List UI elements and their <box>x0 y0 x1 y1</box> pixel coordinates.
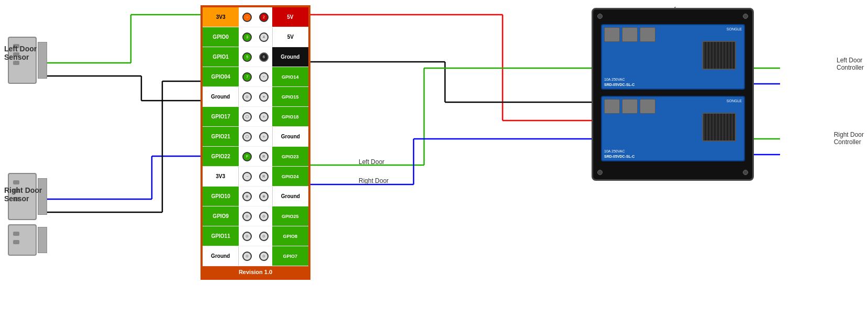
pin-right-5v-1: 5V <box>272 7 308 27</box>
pin-left-gpio21: GPIO21 <box>203 127 239 146</box>
right-door-controller-label: Right Door Controller <box>834 131 864 146</box>
left-door-sensor-label: Left Door Sensor <box>4 45 37 61</box>
pin-right-gpio23: GPIO23 <box>272 147 308 166</box>
pin-left-3v3-2: 3V3 <box>203 167 239 186</box>
pin-row-7: GPIO21 ⬡ ≈ Ground <box>203 127 308 147</box>
pin-row-3: GPIO1 5 6 Ground <box>203 47 308 67</box>
right-door-wire-label: Right Door <box>359 177 388 184</box>
pin-right-5v-2: 5V <box>272 27 308 47</box>
pin-left-ground-1: Ground <box>203 87 239 106</box>
relay-unit-bottom: SRD-05VDC-SL-C 10A 250VAC SONGLE <box>601 96 745 161</box>
pin-row-10: GPIO10 ⊕ ⊗ Ground <box>203 187 308 206</box>
pin-left-gpio9: GPIO9 <box>203 206 239 226</box>
pin-left-gpio10: GPIO10 <box>203 187 239 206</box>
pin-right-ground-2: Ground <box>272 127 308 146</box>
pin-left-gpio0: GPIO0 <box>203 27 239 47</box>
right-door-sensor-label: Right Door Sensor <box>4 186 42 203</box>
board-footer: Revision 1.0 <box>203 266 308 278</box>
pin-row-13: Ground ⊙ ⊙ GPIO7 <box>203 246 308 266</box>
pin-right-gpio18: GPIO18 <box>272 107 308 126</box>
right-door-sensor <box>8 173 47 256</box>
pin-row-1: 3V3 → 2 5V <box>203 7 308 27</box>
pin-row-9: 3V3 → R GPIO24 <box>203 167 308 187</box>
pin-left-gpio17: GPIO17 <box>203 107 239 126</box>
pin-row-2: GPIO0 3 4 5V <box>203 27 308 47</box>
gpio-pin-board: 3V3 → 2 5V GPIO0 3 4 5V <box>201 5 310 280</box>
pin-right-ground-1: Ground <box>272 47 308 67</box>
pin-right-gpio7: GPIO7 <box>272 246 308 266</box>
relay-unit-top: SRD-05VDC-SL-C 10A 250VAC SONGLE <box>601 24 745 90</box>
pin-left-gpio04: GPIO04 <box>203 67 239 86</box>
pin-right-gpio8: GPIO8 <box>272 226 308 246</box>
pin-row-6: GPIO17 ⬡ ≈ GPIO18 <box>203 107 308 127</box>
pin-row-8: GPIO22 F R GPIO23 <box>203 147 308 167</box>
relay-module: 2 Relay Module SRD-05VDC-SL-C 10A 250VAC… <box>592 8 754 181</box>
pin-left-gpio11: GPIO11 <box>203 226 239 246</box>
pin-row-5: Ground ⊙ ≡ GPIO15 <box>203 87 308 107</box>
pin-right-gpio24: GPIO24 <box>272 167 308 186</box>
pin-row-11: GPIO9 ⊙ ⊙ GPIO25 <box>203 206 308 226</box>
pin-right-ground-3: Ground <box>272 187 308 206</box>
pin-right-gpio25: GPIO25 <box>272 206 308 226</box>
pin-right-gpio15: GPIO15 <box>272 87 308 106</box>
pin-left-3v3: 3V3 <box>203 7 239 27</box>
pin-row-4: GPIO04 7 ~ GPIO14 <box>203 67 308 87</box>
pin-left-gpio1: GPIO1 <box>203 47 239 67</box>
left-door-controller-label: Left Door Controller <box>837 57 864 71</box>
pin-row-12: GPIO11 ⊙ ⊙ GPIO8 <box>203 226 308 246</box>
pin-right-gpio14: GPIO14 <box>272 67 308 86</box>
left-door-wire-label: Left Door <box>359 158 384 166</box>
pin-left-ground-2: Ground <box>203 246 239 266</box>
diagram-container: Left Door Sensor Right Door Sensor <box>0 0 868 327</box>
pin-left-gpio22: GPIO22 <box>203 147 239 166</box>
